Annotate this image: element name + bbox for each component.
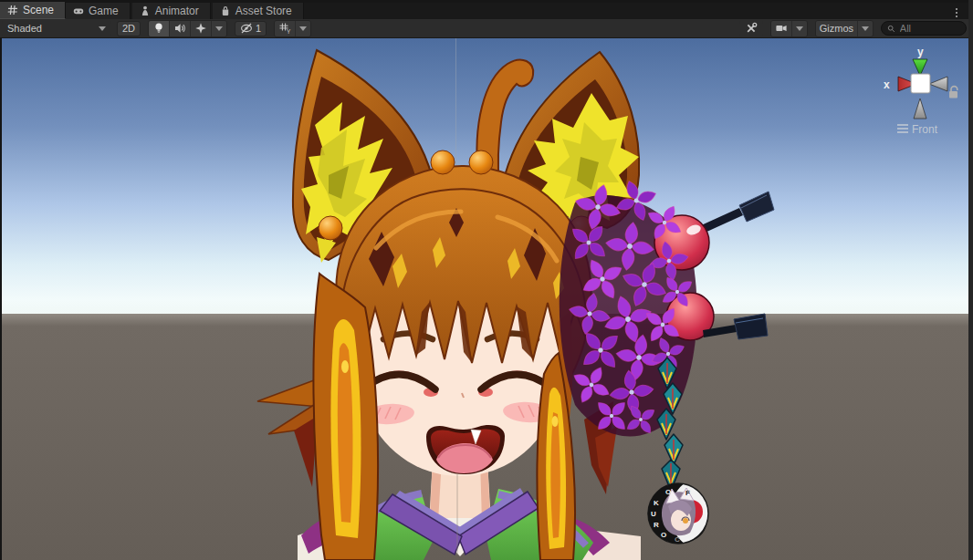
hidden-object-count: 1 bbox=[256, 23, 261, 34]
tab-asset-store[interactable]: Asset Store bbox=[213, 3, 304, 19]
gamepad-icon bbox=[73, 5, 84, 16]
eye-crossed-icon bbox=[240, 22, 253, 35]
gizmos-dropdown[interactable] bbox=[858, 21, 873, 36]
svg-text:Y: Y bbox=[287, 28, 291, 35]
chevron-down-icon bbox=[796, 26, 803, 31]
chevron-down-icon bbox=[99, 26, 106, 31]
axis-y-label: y bbox=[917, 46, 924, 58]
hair-bead bbox=[319, 216, 342, 240]
gizmos-label: Gizmos bbox=[820, 23, 853, 34]
chevron-down-icon bbox=[862, 26, 869, 31]
speaker-icon bbox=[173, 22, 186, 35]
scene-viewport[interactable]: F O K U R O C y x bbox=[0, 38, 968, 560]
camera-settings[interactable] bbox=[771, 21, 792, 36]
view-label: Front bbox=[912, 123, 938, 136]
search-icon bbox=[887, 24, 895, 34]
svg-text:U: U bbox=[651, 510, 656, 518]
scene-toolbar: Shaded 2D bbox=[0, 19, 968, 38]
chevron-down-icon bbox=[215, 26, 223, 31]
tab-label: Scene bbox=[23, 4, 54, 16]
toggle-2d-label: 2D bbox=[122, 23, 135, 34]
left-edge bbox=[0, 38, 2, 560]
grid-dropdown[interactable] bbox=[296, 21, 310, 36]
svg-text:O: O bbox=[665, 488, 671, 496]
bag-icon bbox=[220, 5, 231, 16]
grid-icon bbox=[7, 5, 18, 16]
gizmos-button[interactable]: Gizmos bbox=[816, 21, 858, 36]
scene-view-toggles bbox=[148, 20, 227, 37]
camera-controls bbox=[770, 20, 808, 37]
scene-visibility-toggle[interactable]: 1 bbox=[235, 21, 267, 36]
tab-scene[interactable]: Scene bbox=[0, 2, 66, 19]
toggle-2d-button[interactable]: 2D bbox=[117, 21, 141, 36]
grid-controls: Y bbox=[274, 20, 311, 37]
tools-button[interactable] bbox=[739, 21, 763, 36]
unity-scene-window: Scene Game Animator Asset Store bbox=[0, 0, 973, 560]
scene-search-field[interactable] bbox=[881, 21, 967, 36]
hair-bead bbox=[431, 150, 455, 174]
wrench-icon bbox=[745, 22, 758, 35]
audio-toggle[interactable] bbox=[170, 21, 191, 36]
kebab-menu-icon[interactable] bbox=[952, 6, 961, 19]
effects-toggle[interactable] bbox=[191, 21, 212, 36]
lighting-toggle[interactable] bbox=[149, 21, 170, 36]
scene-render: F O K U R O C y x bbox=[0, 38, 973, 560]
svg-text:C: C bbox=[675, 535, 680, 544]
svg-text:K: K bbox=[654, 499, 659, 507]
svg-text:R: R bbox=[654, 521, 659, 529]
tab-game[interactable]: Game bbox=[66, 3, 131, 19]
tab-animator[interactable]: Animator bbox=[132, 3, 211, 19]
axis-x-label: x bbox=[884, 78, 890, 91]
camera-dropdown[interactable] bbox=[792, 21, 807, 36]
tab-label: Asset Store bbox=[235, 5, 292, 17]
tab-bar: Scene Game Animator Asset Store bbox=[0, 0, 968, 19]
svg-text:O: O bbox=[661, 531, 666, 539]
animator-icon bbox=[140, 5, 151, 16]
logo-badge: F O K U R O C bbox=[648, 483, 708, 544]
grid-axis-icon: Y bbox=[278, 22, 291, 35]
tab-label: Game bbox=[89, 5, 119, 17]
gizmo-center-cube[interactable] bbox=[911, 74, 930, 93]
search-input[interactable] bbox=[898, 22, 960, 35]
chevron-down-icon bbox=[299, 26, 307, 31]
lightbulb-icon bbox=[152, 22, 165, 35]
tab-label: Animator bbox=[155, 5, 199, 17]
effects-icon bbox=[194, 22, 207, 35]
svg-text:F: F bbox=[685, 489, 690, 497]
grid-toggle[interactable]: Y bbox=[275, 21, 296, 36]
camera-icon bbox=[775, 22, 788, 35]
draw-mode-dropdown[interactable]: Shaded bbox=[2, 21, 111, 36]
hair-bead bbox=[469, 150, 493, 174]
gizmos-controls: Gizmos bbox=[815, 20, 874, 37]
effects-dropdown[interactable] bbox=[212, 21, 226, 36]
draw-mode-label: Shaded bbox=[7, 23, 42, 34]
